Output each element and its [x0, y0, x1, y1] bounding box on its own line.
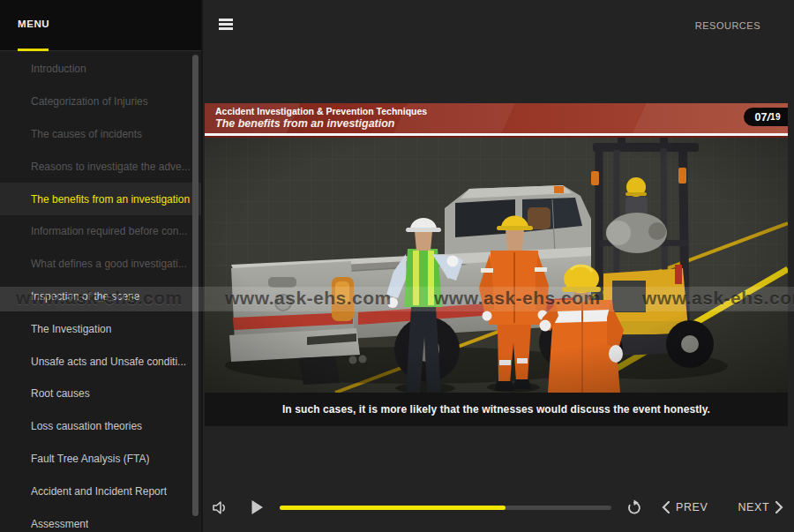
sidebar: MENU IntroductionCategorization of Injur… — [0, 0, 203, 532]
play-icon — [251, 499, 264, 515]
replay-button[interactable] — [625, 498, 642, 516]
sidebar-item-label: Reasons to investigate the adve... — [31, 161, 191, 173]
sidebar-item-label: Assessment — [31, 518, 88, 530]
sidebar-item[interactable]: Reasons to investigate the adve... — [0, 150, 201, 183]
slide-illustration — [205, 138, 788, 393]
sidebar-item-label: Introduction — [31, 63, 86, 75]
replay-icon — [625, 498, 642, 516]
slide-header: Accident Investigation & Prevention Tech… — [205, 103, 788, 133]
next-label: NEXT — [738, 501, 769, 513]
page-current: 07 — [754, 111, 767, 124]
sidebar-item[interactable]: What defines a good investigati... — [0, 248, 201, 281]
prev-button[interactable]: PREV — [662, 501, 708, 513]
prev-label: PREV — [676, 501, 708, 513]
sidebar-item[interactable]: Information required before con... — [0, 215, 201, 248]
sidebar-item[interactable]: Fault Tree Analysis (FTA) — [0, 443, 201, 476]
sidebar-item-label: The benefits from an investigation — [31, 193, 190, 206]
sidebar-item[interactable]: The benefits from an investigation — [0, 183, 201, 215]
sidebar-item[interactable]: Loss causation theories — [0, 410, 201, 443]
sidebar-item-label: Categorization of Injuries — [31, 95, 148, 108]
chevron-right-icon — [775, 501, 783, 513]
page-counter-badge: 07/19 — [744, 108, 788, 126]
resources-link[interactable]: RESOURCES — [690, 19, 766, 32]
course-player: MENU IntroductionCategorization of Injur… — [0, 0, 794, 532]
slide: Accident Investigation & Prevention Tech… — [205, 103, 788, 426]
sidebar-item[interactable]: Unsafe acts and Unsafe conditi... — [0, 345, 201, 378]
slide-titles: Accident Investigation & Prevention Tech… — [215, 106, 427, 131]
sidebar-item[interactable]: Categorization of Injuries — [0, 86, 201, 118]
progress-fill — [280, 506, 506, 510]
chevron-left-icon — [662, 501, 670, 513]
sidebar-item-label: Fault Tree Analysis (FTA) — [31, 453, 149, 465]
slide-subtitle: The benefits from an investigation — [215, 117, 427, 131]
sidebar-item-label: Information required before con... — [31, 225, 187, 237]
sidebar-item-label: The causes of incidents — [31, 128, 142, 140]
sidebar-item-label: Inspection of the scene — [31, 290, 139, 303]
sidebar-scrollbar[interactable] — [192, 55, 198, 516]
slide-title: Accident Investigation & Prevention Tech… — [215, 106, 427, 117]
sidebar-item[interactable]: The Investigation — [0, 312, 201, 345]
next-button[interactable]: NEXT — [738, 501, 783, 513]
menu-header: MENU — [0, 0, 201, 51]
sidebar-item[interactable]: The causes of incidents — [0, 118, 201, 151]
progress-bar[interactable] — [280, 506, 611, 510]
sidebar-item-label: The Investigation — [31, 323, 111, 335]
sidebar-item-label: Root causes — [31, 387, 90, 400]
page-total: 19 — [770, 112, 781, 122]
sidebar-item-label: What defines a good investigati... — [31, 258, 187, 270]
sidebar-item[interactable]: Assessment — [0, 507, 201, 532]
scene-svg — [205, 138, 788, 393]
sidebar-item[interactable]: Inspection of the scene — [0, 281, 201, 313]
play-button[interactable] — [251, 499, 264, 515]
sidebar-item[interactable]: Root causes — [0, 378, 201, 410]
menu-title-underline — [18, 49, 49, 51]
sidebar-item-label: Unsafe acts and Unsafe conditi... — [31, 356, 186, 368]
player-controls: PREV NEXT — [205, 492, 788, 522]
sidebar-item[interactable]: Introduction — [0, 53, 201, 86]
volume-button[interactable] — [212, 500, 229, 515]
hamburger-menu-icon[interactable] — [219, 19, 233, 30]
caption-bar: In such cases, it is more likely that th… — [205, 393, 788, 426]
caption-text: In such cases, it is more likely that th… — [282, 403, 710, 416]
menu-list: IntroductionCategorization of InjuriesTh… — [0, 53, 201, 532]
volume-icon — [212, 500, 229, 515]
menu-title: MENU — [18, 19, 49, 29]
sidebar-item[interactable]: Accident and Incident Report — [0, 475, 201, 507]
sidebar-item-label: Loss causation theories — [31, 420, 142, 432]
sidebar-item-label: Accident and Incident Report — [31, 485, 167, 498]
